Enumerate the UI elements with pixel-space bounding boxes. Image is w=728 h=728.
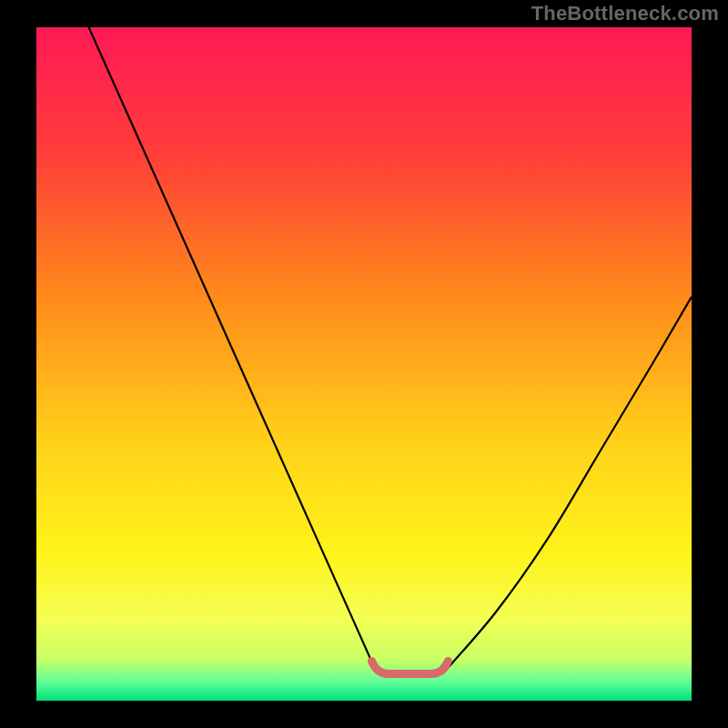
watermark-text: TheBottleneck.com bbox=[531, 2, 719, 25]
plot-svg bbox=[36, 27, 692, 701]
chart-frame: TheBottleneck.com bbox=[0, 0, 728, 728]
plot-area bbox=[36, 27, 692, 701]
